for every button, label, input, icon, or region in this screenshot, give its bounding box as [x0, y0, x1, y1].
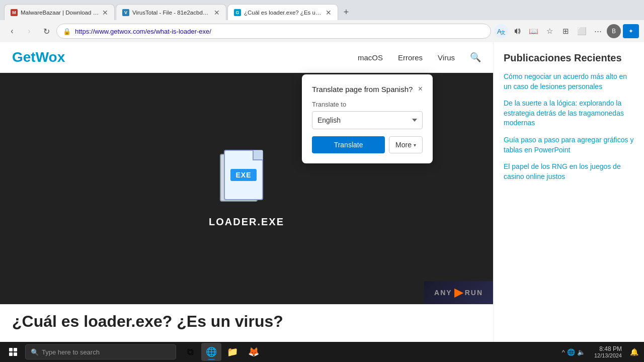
tray-network-icon[interactable]: 🌐: [567, 348, 575, 356]
tab-close-3[interactable]: ✕: [326, 9, 332, 17]
start-button[interactable]: [3, 343, 23, 361]
system-clock[interactable]: 8:48 PM 12/13/2024: [591, 345, 625, 358]
taskbar-app-firefox[interactable]: 🦊: [244, 343, 264, 361]
sidebar-link-3[interactable]: Guía paso a paso para agregar gráficos y…: [504, 135, 634, 155]
firefox-icon: 🦊: [248, 346, 259, 357]
loader-label: LOADER.EXE: [209, 216, 284, 228]
nav-macos[interactable]: macOS: [358, 53, 383, 62]
translate-language-select[interactable]: English Spanish French German: [312, 111, 423, 129]
explorer-icon: 📁: [227, 346, 238, 357]
search-icon[interactable]: 🔍: [470, 52, 481, 63]
tab-favicon-3: G: [234, 9, 241, 16]
tab-virustotal[interactable]: V VirusTotal - File - 81e2acbd26c2d... ✕: [116, 4, 226, 20]
refresh-button[interactable]: ↻: [39, 24, 53, 38]
tray-icons: ^ 🌐 🔈: [562, 348, 585, 356]
translate-dialog: Translate page from Spanish? × Translate…: [302, 74, 433, 163]
taskbar-app-edge[interactable]: 🌐: [201, 343, 221, 361]
translate-header: Translate page from Spanish? ×: [312, 84, 423, 94]
chevron-down-icon: ▾: [414, 142, 416, 148]
tab-getwox[interactable]: G ¿Cuál es loader.exe? ¿Es un virus? ✕: [227, 4, 338, 20]
logo-text: GetWox: [12, 49, 65, 65]
system-tray: ^ 🌐 🔈: [558, 348, 589, 356]
taskbar-app-explorer[interactable]: 📁: [222, 343, 243, 361]
translate-title: Translate page from Spanish?: [312, 85, 413, 94]
nav-virus[interactable]: Virus: [438, 53, 455, 62]
logo-wox: Wox: [36, 49, 65, 65]
page-content: GetWox macOS Errores Virus 🔍: [0, 42, 644, 342]
translate-close-button[interactable]: ×: [418, 84, 423, 94]
nav-errores[interactable]: Errores: [398, 53, 423, 62]
anyrun-any: ANY: [434, 289, 452, 297]
tab-close-1[interactable]: ✕: [102, 9, 108, 17]
exe-file-icon: EXE: [224, 150, 269, 205]
file-page-main: EXE: [224, 150, 263, 200]
address-bar-row: ‹ › ↻ 🔒 https://www.getwox.com/es/what-i…: [0, 20, 644, 42]
tab-bar: M MalwareBazaar | Download malw... ✕ V V…: [0, 0, 644, 20]
translate-toolbar-icon[interactable]: A文: [494, 24, 508, 38]
translate-button[interactable]: Translate: [312, 136, 385, 153]
more-label: More: [395, 141, 412, 149]
win-logo-cell-3: [9, 352, 13, 356]
favorite-button[interactable]: ☆: [542, 24, 556, 38]
address-text: https://www.getwox.com/es/what-is-loader…: [75, 28, 485, 35]
tray-sound-icon[interactable]: 🔈: [577, 348, 585, 356]
windows-logo: [9, 348, 17, 356]
immersive-reader-icon[interactable]: 📖: [526, 24, 540, 38]
taskbar: 🔍 Type here to search ⧉ 🌐 📁 🦊 ^ 🌐 🔈 8:48…: [0, 342, 644, 362]
anyrun-arrow: ▶: [454, 286, 463, 299]
sidebar-title: Publicaciones Recientes: [504, 52, 634, 64]
settings-button[interactable]: ⋯: [591, 24, 605, 38]
win-logo-cell-1: [9, 348, 13, 351]
site-logo[interactable]: GetWox: [12, 49, 65, 65]
taskbar-search-placeholder: Type here to search: [42, 348, 100, 356]
translate-to-label: Translate to: [312, 101, 423, 108]
tab-title-3: ¿Cuál es loader.exe? ¿Es un virus?: [244, 10, 323, 16]
translate-actions: Translate More ▾: [312, 136, 423, 153]
page-title: ¿Cuál es loader.exe? ¿Es un virus?: [12, 312, 481, 331]
taskview-icon: ⧉: [187, 347, 194, 357]
exe-badge: EXE: [230, 169, 256, 181]
site-header: GetWox macOS Errores Virus 🔍: [0, 42, 493, 73]
read-aloud-icon[interactable]: [510, 24, 524, 38]
win-logo-cell-2: [14, 348, 17, 351]
taskbar-search[interactable]: 🔍 Type here to search: [25, 344, 176, 359]
sidebar-link-1[interactable]: Cómo negociar un acuerdo más alto en un …: [504, 72, 634, 92]
tray-chevron-icon[interactable]: ^: [562, 348, 565, 356]
tab-favicon-1: M: [11, 9, 18, 16]
toolbar-icons: A文 📖 ☆ ⊞ ⬜ ⋯ B ✦: [494, 24, 639, 38]
new-tab-button[interactable]: +: [339, 5, 353, 19]
split-screen-button[interactable]: ⬜: [575, 24, 589, 38]
edge-icon: 🌐: [206, 346, 217, 357]
sidebar-link-4[interactable]: El papel de los RNG en los juegos de cas…: [504, 162, 634, 182]
file-corner: [253, 150, 263, 160]
tab-title-2: VirusTotal - File - 81e2acbd26c2d...: [132, 10, 211, 16]
taskbar-right: ^ 🌐 🔈 8:48 PM 12/13/2024 🔔: [558, 345, 641, 359]
anyrun-banner: ANY ▶ RUN: [424, 281, 493, 304]
win-logo-cell-4: [14, 352, 17, 356]
clock-date: 12/13/2024: [594, 352, 622, 358]
tab-close-2[interactable]: ✕: [214, 9, 220, 17]
forward-button[interactable]: ›: [22, 24, 36, 38]
collections-button[interactable]: ⊞: [558, 24, 573, 38]
exe-icon-wrapper: EXE LOADER.EXE: [209, 150, 284, 228]
tab-favicon-2: V: [122, 9, 129, 16]
back-button[interactable]: ‹: [5, 24, 19, 38]
tab-malwarebazaar[interactable]: M MalwareBazaar | Download malw... ✕: [4, 4, 115, 20]
more-button[interactable]: More ▾: [389, 136, 423, 153]
notification-icon: 🔔: [630, 348, 638, 356]
anyrun-run: RUN: [465, 289, 483, 297]
clock-time: 8:48 PM: [594, 345, 622, 352]
browser-chrome: M MalwareBazaar | Download malw... ✕ V V…: [0, 0, 644, 42]
notification-button[interactable]: 🔔: [627, 345, 641, 359]
taskbar-apps: ⧉ 🌐 📁 🦊: [180, 343, 264, 361]
profile-button[interactable]: B: [607, 24, 621, 38]
translate-overlay: Translate page from Spanish? × Translate…: [302, 74, 433, 163]
lock-icon: 🔒: [63, 28, 71, 35]
taskbar-app-taskview[interactable]: ⧉: [180, 343, 200, 361]
address-bar[interactable]: 🔒 https://www.getwox.com/es/what-is-load…: [56, 24, 491, 39]
logo-get: Get: [12, 49, 36, 65]
copilot-button[interactable]: ✦: [623, 24, 639, 38]
taskbar-search-icon: 🔍: [31, 348, 39, 356]
sidebar-link-2[interactable]: De la suerte a la lógica: explorando la …: [504, 99, 634, 128]
tab-title-1: MalwareBazaar | Download malw...: [21, 10, 99, 16]
